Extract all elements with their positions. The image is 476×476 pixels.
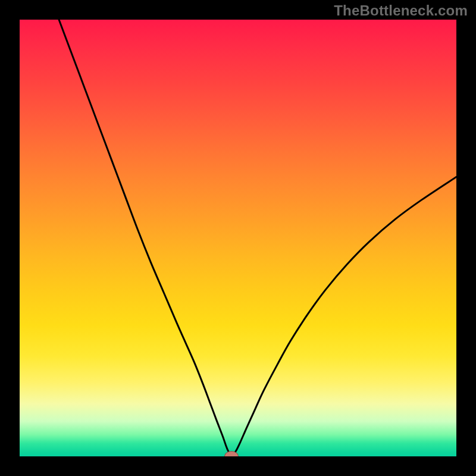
- chart-frame: TheBottleneck.com: [0, 0, 476, 476]
- watermark-text: TheBottleneck.com: [334, 2, 468, 19]
- bottleneck-curve: [20, 20, 456, 456]
- plot-area: [20, 20, 456, 456]
